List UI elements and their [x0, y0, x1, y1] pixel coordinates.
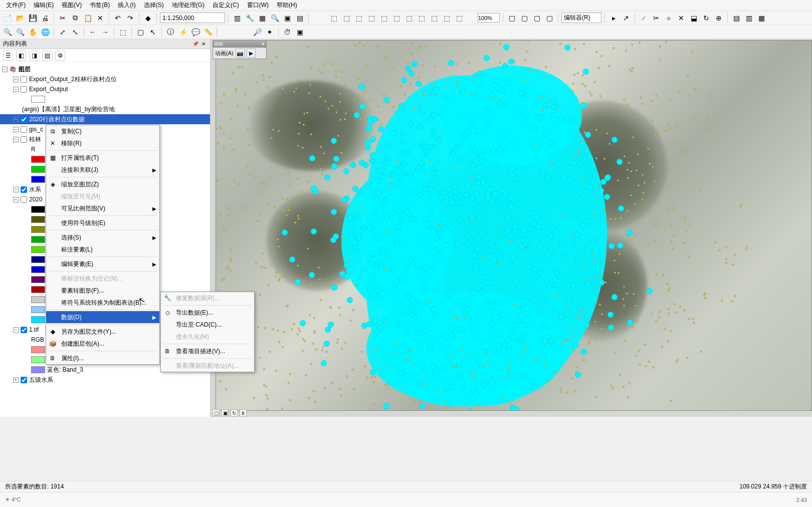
anim-play-icon[interactable]: ▶ — [247, 49, 256, 58]
zoom-out-icon[interactable]: 🔍 — [15, 27, 26, 38]
menu-selection[interactable]: 选择(S) — [140, 0, 168, 11]
georef-icon6[interactable]: ⬚ — [391, 13, 402, 24]
sub-view-desc[interactable]: 🗎查看项目描述(V)... — [161, 345, 254, 357]
layer-tif-chk[interactable] — [21, 327, 27, 333]
edit-split-icon[interactable]: ✂ — [651, 13, 662, 24]
zoom-pct-combo[interactable] — [478, 13, 500, 23]
search-icon[interactable]: 🔍 — [269, 13, 280, 24]
georef-icon8[interactable]: ⬚ — [416, 13, 427, 24]
georef-icon7[interactable]: ⬚ — [403, 13, 415, 24]
model-builder-icon[interactable]: ▤ — [294, 13, 305, 24]
georef-icon[interactable]: ⬚ — [328, 13, 339, 24]
layout-icon1[interactable]: ▢ — [506, 13, 517, 24]
time-slider-icon[interactable]: ⏱ — [282, 27, 293, 38]
georef-icon10[interactable]: ⬚ — [441, 13, 452, 24]
edit-attr-icon[interactable]: ▤ — [731, 13, 742, 24]
edit-target-icon[interactable]: ⊕ — [713, 13, 724, 24]
toc-pin-icon[interactable]: 📌 — [192, 41, 199, 48]
viewer-icon[interactable]: ▣ — [294, 27, 305, 38]
ctx-zoom-layer[interactable]: ◈缩放至图层(Z) — [46, 178, 159, 190]
fixed-zoom-in-icon[interactable]: ⤢ — [57, 27, 68, 38]
select-elements-icon[interactable]: ↖ — [147, 27, 158, 38]
layout-view-icon[interactable]: ▣ — [222, 409, 229, 416]
copy-icon[interactable]: ⧉ — [70, 13, 81, 24]
list-by-source-icon[interactable]: ◧ — [16, 51, 26, 61]
list-by-selection-icon[interactable]: ▤ — [42, 51, 52, 61]
list-by-drawing-icon[interactable]: ☰ — [3, 51, 13, 61]
map-canvas[interactable] — [216, 40, 812, 411]
edit-merge-icon[interactable]: ⬓ — [688, 13, 699, 24]
select-features-icon[interactable]: ⬚ — [117, 27, 128, 38]
georef-icon3[interactable]: ⬚ — [353, 13, 364, 24]
toc-options-icon[interactable]: ⚙ — [55, 51, 65, 61]
layer-export2[interactable]: −Export_Output_2桂林行政村点位 — [0, 74, 210, 84]
menu-customize[interactable]: 自定义(C) — [209, 0, 243, 11]
list-by-visibility-icon[interactable]: ◨ — [29, 51, 39, 61]
menu-help[interactable]: 帮助(H) — [273, 0, 301, 11]
edit-tool-icon[interactable]: ▸ — [608, 13, 619, 24]
weather-widget[interactable]: ☀ 4°C — [5, 496, 21, 503]
catalog-icon[interactable]: ▦ — [257, 13, 268, 24]
layer-l5-chk[interactable] — [21, 377, 27, 383]
ctx-visible-scale[interactable]: 可见比例范围(V)▶ — [46, 202, 159, 214]
ctx-remove[interactable]: ✕移除(R) — [46, 137, 159, 149]
edit-tool2-icon[interactable]: ↗ — [621, 13, 632, 24]
html-popup-icon[interactable]: 💬 — [190, 27, 201, 38]
go-to-xy-icon[interactable]: ✦ — [264, 27, 275, 38]
hyperlink-icon[interactable]: ⚡ — [177, 27, 188, 38]
edit-reshape-icon[interactable]: ⟐ — [663, 13, 674, 24]
delete-icon[interactable]: ✕ — [95, 13, 106, 24]
clear-selection-icon[interactable]: ▢ — [135, 27, 146, 38]
sub-export-data[interactable]: ◇导出数据(E)... — [161, 307, 254, 319]
undo-icon[interactable]: ↶ — [112, 13, 123, 24]
ctx-layer-pkg[interactable]: 📦创建图层包(A)... — [46, 338, 159, 350]
redo-icon[interactable]: ↷ — [125, 13, 136, 24]
georef-icon4[interactable]: ⬚ — [366, 13, 377, 24]
menu-insert[interactable]: 插入(I) — [114, 0, 139, 11]
anim-menu[interactable]: 动画(A) — [215, 50, 234, 57]
back-extent-icon[interactable]: ← — [87, 27, 98, 38]
paste-icon[interactable]: 📋 — [82, 13, 93, 24]
python-icon[interactable]: ▣ — [282, 13, 293, 24]
layer-selected-chk[interactable] — [21, 116, 27, 123]
toolbox-icon[interactable]: 🔧 — [244, 13, 255, 24]
ctx-copy[interactable]: ⧉复制(C) — [46, 125, 159, 137]
edit-cut-icon[interactable]: ✕ — [676, 13, 687, 24]
layout-icon4[interactable]: ▢ — [544, 13, 555, 24]
menu-edit[interactable]: 编辑(E) — [30, 0, 58, 11]
identify-icon[interactable]: ⓘ — [165, 27, 176, 38]
sub-export-cad[interactable]: 导出至 CAD(C)... — [161, 319, 254, 331]
menu-geoprocessing[interactable]: 地理处理(G) — [168, 0, 209, 11]
layout-icon3[interactable]: ▢ — [531, 13, 542, 24]
edit-rotate-icon[interactable]: ↻ — [701, 13, 712, 24]
menu-bookmarks[interactable]: 书签(B) — [86, 0, 114, 11]
new-doc-icon[interactable]: 📄 — [2, 13, 13, 24]
find-icon[interactable]: 🔎 — [252, 27, 263, 38]
layer-l5[interactable]: +五级水系 — [0, 375, 210, 385]
edit-create-icon[interactable]: ▦ — [756, 13, 767, 24]
anim-close-icon[interactable]: ✕ — [261, 42, 265, 47]
georef-icon9[interactable]: ⬚ — [429, 13, 440, 24]
menu-file[interactable]: 文件(F) — [2, 0, 30, 11]
tree-root[interactable]: −📚图层 — [0, 64, 210, 74]
ctx-selection[interactable]: 选择(S)▶ — [46, 231, 159, 243]
ctx-save-layer[interactable]: ◆另存为图层文件(Y)... — [46, 326, 159, 338]
pan-icon[interactable]: ✋ — [27, 27, 38, 38]
editor-toolbar-icon[interactable]: ▥ — [232, 13, 243, 24]
pause-drawing-icon[interactable]: ⏸ — [240, 409, 247, 416]
layer-export-chk[interactable] — [21, 86, 27, 93]
data-view-icon[interactable]: ▢ — [213, 409, 220, 416]
ctx-properties[interactable]: 🗎属性(I)... — [46, 352, 159, 364]
layer-guilin-chk[interactable] — [21, 136, 27, 143]
animation-toolbar[interactable]: 动画✕ 动画(A) 📷 ▶ — [213, 40, 267, 59]
full-extent-icon[interactable]: 🌐 — [40, 27, 51, 38]
ctx-symbol-levels[interactable]: 使用符号级别(E) — [46, 217, 159, 229]
layer-pop2020-chk[interactable] — [21, 196, 27, 203]
print-icon[interactable]: 🖨 — [40, 13, 51, 24]
measure-icon[interactable]: 📏 — [202, 27, 214, 38]
save-icon[interactable]: 💾 — [27, 13, 38, 24]
refresh-view-icon[interactable]: ↻ — [231, 409, 238, 416]
anim-capture-icon[interactable]: 📷 — [236, 49, 245, 58]
edit-sketch-icon[interactable]: ▥ — [743, 13, 754, 24]
add-data-icon[interactable]: ◆ — [142, 13, 153, 24]
